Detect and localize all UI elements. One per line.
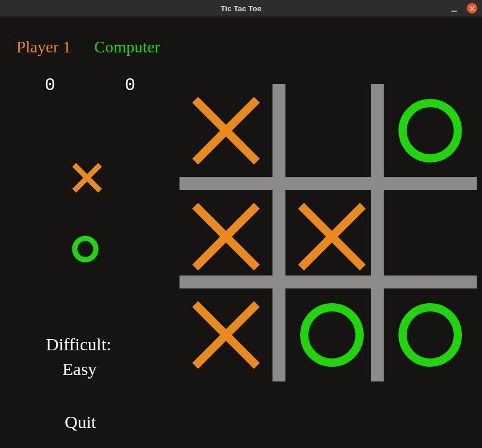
difficulty-label: Difficult: <box>46 334 111 354</box>
board-cell-5[interactable] <box>386 193 474 281</box>
o-mark-icon <box>291 294 373 376</box>
window-controls <box>450 3 477 14</box>
o-mark-icon <box>390 294 471 376</box>
svg-point-15 <box>304 307 360 363</box>
quit-button[interactable]: Quit <box>65 412 96 432</box>
board-cell-0[interactable] <box>182 87 270 175</box>
player1-mark-icon <box>71 161 104 197</box>
x-mark-icon <box>185 90 267 171</box>
x-mark-icon <box>185 294 267 376</box>
grid-line <box>272 84 285 381</box>
board-cell-7[interactable] <box>288 291 376 379</box>
board-cell-4[interactable] <box>288 193 376 281</box>
game-board <box>179 84 477 381</box>
window-title: Tic Tac Toe <box>221 4 261 13</box>
minimize-button[interactable] <box>450 4 458 12</box>
svg-point-5 <box>75 238 96 260</box>
game-area: Player 1 Computer 0 0 Difficult: Easy Qu… <box>0 16 482 448</box>
player2-score: 0 <box>125 75 135 95</box>
grid-line <box>179 177 477 190</box>
player2-label: Computer <box>94 38 160 57</box>
o-mark-icon <box>390 90 471 171</box>
x-mark-icon <box>291 196 373 277</box>
player1-score: 0 <box>45 75 55 95</box>
player1-label: Player 1 <box>16 38 71 57</box>
board-cell-8[interactable] <box>386 291 474 379</box>
board-cell-6[interactable] <box>182 291 270 379</box>
player2-mark-icon <box>71 234 100 266</box>
svg-point-16 <box>403 307 458 363</box>
window-titlebar: Tic Tac Toe <box>0 0 482 16</box>
board-cell-2[interactable] <box>386 87 474 175</box>
board-cell-3[interactable] <box>182 193 270 281</box>
board-cell-1[interactable] <box>288 87 376 175</box>
close-button[interactable] <box>467 3 477 14</box>
svg-point-8 <box>403 103 458 158</box>
x-mark-icon <box>185 196 267 277</box>
difficulty-value[interactable]: Easy <box>62 359 97 379</box>
